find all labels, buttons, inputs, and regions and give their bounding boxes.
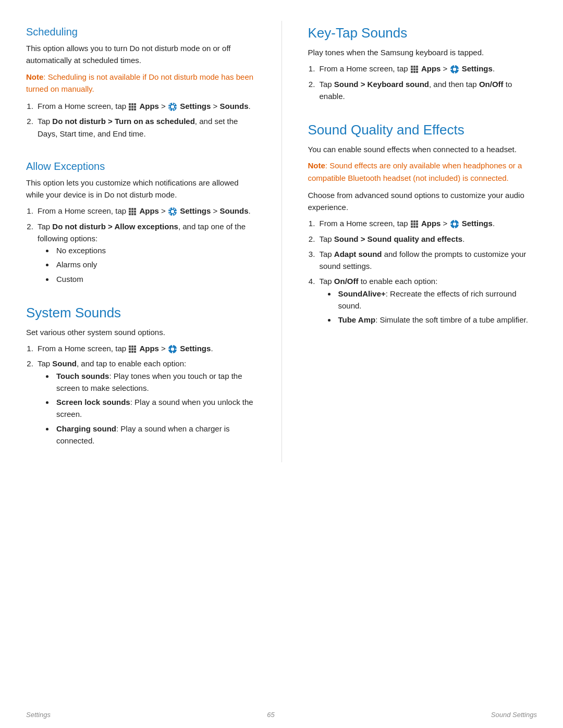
svg-rect-61 [416,71,418,73]
svg-point-10 [171,105,174,108]
svg-rect-22 [129,211,131,213]
svg-rect-53 [411,66,413,68]
svg-point-48 [171,348,174,351]
svg-rect-3 [129,106,131,108]
keytap-steps: From a Home screen, tap Apps > [317,63,537,102]
apps-icon-2 [128,207,137,216]
allow-exceptions-steps: From a Home screen, tap Apps > [35,205,255,285]
svg-rect-60 [413,71,415,73]
list-item-tube-amp: Tube Amp: Simulate the soft timbre of a … [336,314,537,326]
list-item-touch-sounds: Touch sounds: Play tones when you touch … [54,370,255,394]
svg-rect-70 [416,220,418,223]
svg-rect-24 [134,211,136,213]
svg-rect-49 [172,345,173,347]
svg-rect-75 [413,226,415,228]
svg-rect-41 [129,348,131,350]
svg-rect-21 [134,208,136,210]
sound-quality-list: SoundAlive+: Recreate the effects of ric… [336,288,537,326]
svg-rect-46 [134,351,136,353]
allow-exceptions-intro: This option lets you customize which not… [26,177,255,201]
keytap-heading: Key-Tap Sounds [308,25,537,41]
svg-rect-14 [175,106,177,107]
svg-rect-40 [134,346,136,348]
svg-rect-13 [168,106,170,107]
svg-rect-59 [411,71,413,73]
scheduling-note-label: Note [26,72,43,81]
keytap-intro: Play tones when the Samsung keyboard is … [308,46,537,58]
footer-right: Sound Settings [491,711,537,719]
svg-rect-26 [131,213,133,215]
list-item-soundalive: SoundAlive+: Recreate the effects of ric… [336,288,537,312]
scheduling-heading: Scheduling [26,26,255,38]
svg-rect-2 [134,103,136,105]
allow-exceptions-section: Allow Exceptions This option lets you cu… [26,155,255,289]
svg-rect-71 [411,223,413,225]
svg-rect-82 [457,224,458,225]
footer-left: Settings [26,711,51,719]
keytap-step-2: Tap Sound > Keyboard sound, and then tap… [317,78,537,103]
svg-rect-38 [129,346,131,348]
sound-quality-note-label: Note [308,161,325,170]
allow-exceptions-step-1: From a Home screen, tap Apps > [35,205,255,217]
system-sounds-steps: From a Home screen, tap Apps > [35,342,255,447]
list-item-no-exceptions: No exceptions [54,244,255,256]
column-divider [282,21,282,462]
settings-icon-2 [168,207,177,216]
svg-rect-42 [131,348,133,350]
sound-quality-intro: You can enable sound effects when connec… [308,143,537,155]
allow-exceptions-heading: Allow Exceptions [26,161,255,172]
list-item-charging-sound: Charging sound: Play a sound when a char… [54,423,255,447]
settings-icon-3 [168,344,177,354]
svg-rect-0 [129,103,131,105]
svg-rect-72 [413,223,415,225]
apps-icon-5 [410,220,419,228]
svg-rect-23 [131,211,133,213]
footer: Settings 65 Sound Settings [0,711,563,719]
svg-rect-81 [450,224,451,225]
sound-quality-section: Sound Quality and Effects You can enable… [308,118,537,330]
svg-rect-45 [131,351,133,353]
system-sounds-step-1: From a Home screen, tap Apps > [35,342,255,354]
apps-icon-4 [410,65,419,73]
svg-rect-76 [416,226,418,228]
settings-icon [168,102,177,112]
svg-rect-11 [172,103,173,104]
scheduling-step-1: From a Home screen, tap Apps > [35,100,255,112]
list-item-custom: Custom [54,273,255,285]
svg-rect-56 [411,68,413,70]
svg-rect-65 [454,72,455,73]
left-column: Scheduling This option allows you to tur… [26,21,255,462]
svg-rect-31 [172,214,173,216]
svg-rect-30 [172,207,173,209]
svg-rect-8 [134,108,136,110]
svg-rect-27 [134,213,136,215]
keytap-section: Key-Tap Sounds Play tones when the Samsu… [308,21,537,106]
system-sounds-heading: System Sounds [26,305,255,321]
svg-rect-68 [411,220,413,223]
list-item-screen-lock: Screen lock sounds: Play a sound when yo… [54,396,255,421]
scheduling-note: Note: Scheduling is not available if Do … [26,71,255,95]
svg-point-78 [452,223,456,226]
svg-rect-50 [172,352,173,353]
sound-quality-step-3: Tap Adapt sound and follow the prompts t… [317,248,537,273]
svg-rect-69 [413,220,415,223]
svg-rect-25 [129,213,131,215]
svg-rect-64 [454,65,455,67]
system-sounds-section: System Sounds Set various other system s… [26,301,255,451]
allow-exceptions-step-2: Tap Do not disturb > Allow exceptions, a… [35,220,255,285]
svg-rect-57 [413,68,415,70]
keytap-step-1: From a Home screen, tap Apps > [317,63,537,75]
svg-rect-4 [131,106,133,108]
sound-quality-note: Note: Sound effects are only available w… [308,159,537,184]
sound-quality-description: Choose from advanced sound options to cu… [308,189,537,214]
svg-rect-33 [175,211,177,212]
svg-rect-7 [131,108,133,110]
sound-quality-step-2: Tap Sound > Sound quality and effects. [317,233,537,245]
svg-rect-20 [131,208,133,210]
scheduling-intro: This option allows you to turn Do not di… [26,42,255,67]
svg-rect-43 [134,348,136,350]
svg-rect-79 [454,220,455,221]
svg-rect-58 [416,68,418,70]
svg-rect-80 [454,227,455,228]
svg-rect-1 [131,103,133,105]
